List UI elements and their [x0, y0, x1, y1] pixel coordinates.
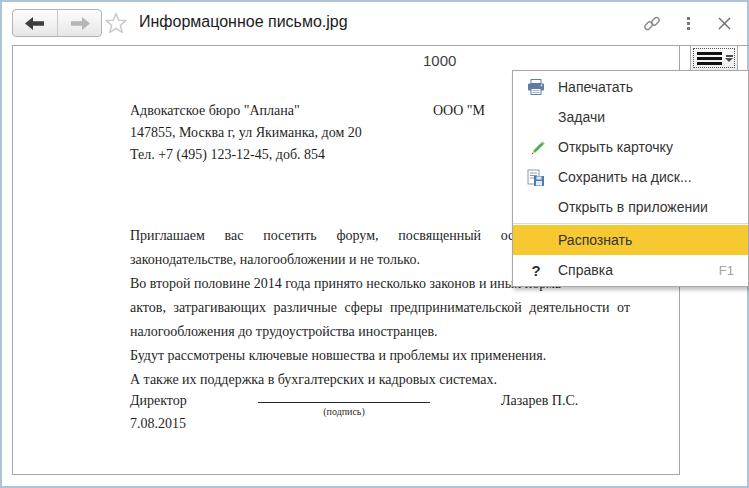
menu-item-label: Открыть карточку — [558, 139, 673, 155]
menu-item-save-to-disk[interactable]: Сохранить на диск... — [513, 162, 748, 192]
body-line: налогообложения до трудоустройства иност… — [130, 320, 630, 344]
menu-item-print[interactable]: Напечатать — [513, 72, 748, 102]
body-line: актов, затрагивающих различные сферы пре… — [130, 296, 630, 320]
kebab-menu-icon[interactable] — [679, 14, 697, 32]
recipient-org: ООО "М — [433, 100, 485, 122]
body-line: А также их поддержка в бухгалтерских и к… — [130, 368, 630, 392]
forward-arrow-icon — [70, 17, 90, 30]
body-line: Будут рассмотрены ключевые новшества и п… — [130, 344, 630, 368]
menu-item-label: Задачи — [558, 109, 605, 125]
menu-separator — [513, 223, 748, 224]
sender-block: Адвокатское бюро "Аплана" 147855, Москва… — [130, 100, 362, 166]
menu-item-tasks[interactable]: Задачи — [513, 102, 748, 132]
menu-item-recognize[interactable]: Распознать — [513, 225, 748, 255]
dropdown-arrow-icon — [725, 55, 733, 62]
menu-item-open-in-app[interactable]: Открыть в приложении — [513, 192, 748, 222]
hamburger-icon — [697, 52, 722, 65]
viewer-window: Информацонное письмо.jpg 1000 Адвокатско… — [0, 0, 749, 488]
menu-item-help[interactable]: ? Справка F1 — [513, 255, 748, 285]
help-icon: ? — [525, 262, 547, 279]
menu-item-label: Открыть в приложении — [558, 199, 708, 215]
sender-phone: Тел. +7 (495) 123-12-45, доб. 854 — [130, 144, 362, 166]
save-icon — [525, 169, 547, 186]
sender-org: Адвокатское бюро "Аплана" — [130, 100, 362, 122]
pencil-icon — [525, 139, 547, 156]
signature-date: 7.08.2015 — [130, 416, 186, 432]
printer-icon — [525, 79, 547, 95]
signature-role: Директор — [130, 393, 187, 409]
back-button[interactable] — [13, 10, 57, 36]
nav-button-group — [12, 9, 102, 37]
favorite-star-icon[interactable] — [103, 10, 129, 36]
menu-item-label: Справка — [558, 262, 613, 278]
menu-item-label: Сохранить на диск... — [558, 169, 692, 185]
toolbar-right-icons — [643, 12, 733, 34]
window-title: Информацонное письмо.jpg — [139, 13, 348, 31]
link-icon[interactable] — [643, 14, 661, 32]
signature-name: Лазарев П.С. — [501, 393, 578, 409]
context-menu: Напечатать Задачи Открыть карточку Сохра… — [512, 70, 749, 287]
close-icon[interactable] — [715, 14, 733, 32]
signature-caption: (подпись) — [258, 406, 430, 417]
document-number: 1000 — [423, 52, 456, 69]
forward-button[interactable] — [57, 10, 101, 36]
menu-item-label: Распознать — [558, 232, 632, 248]
menu-item-shortcut: F1 — [719, 263, 734, 278]
back-arrow-icon — [25, 17, 45, 30]
page-menu-button[interactable] — [690, 45, 738, 71]
toolbar: Информацонное письмо.jpg — [2, 2, 747, 43]
sender-address: 147855, Москва г, ул Якиманка, дом 20 — [130, 122, 362, 144]
signature-line — [258, 391, 430, 403]
menu-item-label: Напечатать — [558, 79, 633, 95]
menu-item-open-card[interactable]: Открыть карточку — [513, 132, 748, 162]
